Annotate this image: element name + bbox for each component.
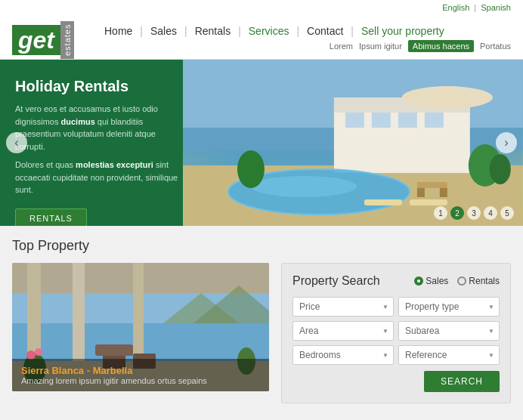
header: get estates Home | Sales | Rentals | Ser… [0, 15, 523, 60]
slider-para2: Dolores et quas molestias excepturi sint… [15, 159, 178, 196]
search-button[interactable]: SEARCH [424, 371, 500, 392]
slider-img-inner [183, 60, 523, 226]
search-radio-group: Sales Rentals [414, 276, 500, 286]
search-title: Property Search [292, 274, 380, 288]
property-overlay: Sierra Blanca - Marbella Amazing lorem i… [12, 359, 269, 391]
svg-point-5 [402, 86, 493, 109]
slider-title: Holiday Rentals [15, 78, 178, 95]
svg-rect-37 [95, 344, 133, 356]
property-location: Sierra Blanca - Marbella [21, 365, 260, 376]
svg-point-33 [35, 348, 42, 356]
top-property-title: Top Property [12, 238, 511, 254]
search-panel: Property Search Sales Rentals Price [281, 263, 511, 403]
svg-point-8 [251, 176, 357, 197]
bedrooms-select[interactable]: Bedrooms [292, 345, 394, 365]
slider-dot-5[interactable]: 5 [500, 206, 514, 220]
price-select[interactable]: Price [292, 297, 394, 317]
slider-para1: At vero eos et accusamus et iusto odio d… [15, 103, 178, 153]
lang-english[interactable]: English [442, 3, 469, 12]
area-select-wrap: Area [292, 321, 394, 341]
subnav-abimus[interactable]: Abimus hacens [408, 40, 474, 52]
slider-dots: 1 2 3 4 5 [434, 206, 514, 220]
property-card[interactable]: Sierra Blanca - Marbella Amazing lorem i… [12, 263, 269, 391]
nav-sell[interactable]: Sell your property [354, 25, 452, 37]
nav-contact[interactable]: Contact [299, 25, 351, 37]
slider-next[interactable]: › [496, 132, 517, 153]
language-bar: English | Spanish [0, 0, 523, 15]
villa-svg [183, 60, 523, 226]
nav-home[interactable]: Home [97, 25, 140, 37]
svg-rect-16 [417, 182, 447, 188]
radio-sales-dot [414, 276, 423, 286]
svg-rect-18 [440, 188, 447, 197]
radio-sales-text: Sales [426, 276, 448, 286]
navigation: Home | Sales | Rentals | Services | Cont… [97, 25, 511, 55]
slider-content: Holiday Rentals At vero eos et accusamus… [0, 60, 193, 226]
lang-spanish[interactable]: Spanish [481, 3, 511, 12]
nav-rentals[interactable]: Rentals [187, 25, 238, 37]
subarea-select[interactable]: Subarea [398, 321, 500, 341]
svg-rect-12 [425, 113, 444, 128]
logo-estates-text: estates [60, 21, 74, 59]
slider-image [183, 60, 523, 226]
radio-rentals-label[interactable]: Rentals [457, 276, 500, 286]
rentals-button[interactable]: RENTALS [15, 208, 87, 227]
bedrooms-select-wrap: Bedrooms [292, 345, 394, 365]
radio-rentals-text: Rentals [469, 276, 500, 286]
svg-rect-20 [410, 199, 447, 205]
subnav-portatus[interactable]: Portatus [480, 42, 511, 51]
nav-services[interactable]: Services [241, 25, 297, 37]
slider-prev[interactable]: ‹ [6, 132, 27, 153]
slider-dot-1[interactable]: 1 [434, 206, 447, 220]
svg-point-13 [237, 150, 265, 188]
svg-rect-19 [364, 199, 402, 205]
logo: get estates [12, 21, 74, 59]
property-image: Sierra Blanca - Marbella Amazing lorem i… [12, 263, 269, 391]
property-type-select[interactable]: Property type [398, 297, 500, 317]
nav-sub: Lorem Ipsum igitur Abimus hacens Portatu… [97, 40, 511, 52]
svg-rect-10 [372, 113, 391, 128]
reference-select-wrap: Reference [398, 345, 500, 365]
property-description: Amazing lorem ipsum igitir amendus ortus… [21, 376, 260, 385]
search-fields-grid: Price Property type Area Subarea [292, 297, 500, 365]
main-grid: Sierra Blanca - Marbella Amazing lorem i… [12, 263, 511, 403]
svg-rect-11 [398, 113, 417, 128]
area-select[interactable]: Area [292, 321, 394, 341]
property-type-select-wrap: Property type [398, 297, 500, 317]
search-header: Property Search Sales Rentals [292, 274, 500, 288]
hero-slider: Holiday Rentals At vero eos et accusamus… [0, 60, 523, 226]
svg-rect-9 [345, 113, 364, 128]
slider-dot-2[interactable]: 2 [450, 206, 464, 220]
svg-rect-17 [417, 188, 425, 197]
radio-sales-label[interactable]: Sales [414, 276, 448, 286]
nav-sales[interactable]: Sales [143, 25, 184, 37]
reference-select[interactable]: Reference [398, 345, 500, 365]
lang-sep: | [474, 3, 476, 12]
subnav-lorem[interactable]: Lorem [330, 42, 353, 51]
svg-point-15 [490, 154, 511, 184]
subnav-ipsum[interactable]: Ipsum igitur [359, 42, 402, 51]
price-select-wrap: Price [292, 297, 394, 317]
subarea-select-wrap: Subarea [398, 321, 500, 341]
slider-dot-3[interactable]: 3 [467, 206, 481, 220]
radio-rentals-dot [457, 276, 466, 286]
slider-dot-4[interactable]: 4 [484, 206, 497, 220]
main-content: Top Property [0, 226, 523, 415]
nav-main: Home | Sales | Rentals | Services | Cont… [97, 25, 511, 37]
logo-get-text: get [12, 25, 60, 55]
